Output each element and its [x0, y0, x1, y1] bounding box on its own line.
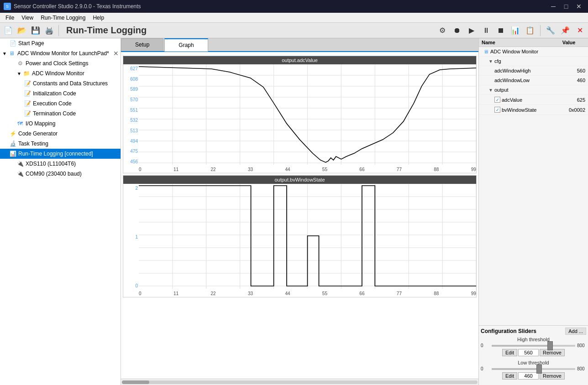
toolbar-stop-button[interactable]: ⏹ [494, 24, 507, 37]
toolbar-run-button[interactable]: ▶ [465, 24, 478, 37]
window-controls: ─ □ ✕ [548, 2, 584, 10]
menu-view[interactable]: View [18, 14, 37, 22]
toolbar-btn1[interactable]: ⚙ [436, 24, 449, 37]
title-bar: S Sensor Controller Studio 2.9.0.0 - Tex… [0, 0, 588, 13]
tree-row-adc-high: adcWindowHigh 560 [479, 66, 588, 76]
menu-runtime-logging[interactable]: Run-Time Logging [37, 14, 89, 22]
tree-item-adc-low: adcWindowLow [482, 77, 557, 84]
folder-icon: 📁 [23, 70, 30, 77]
menu-file[interactable]: File [2, 14, 18, 22]
sidebar-item-adc-group[interactable]: ▼ 📁 ADC Window Monitor [0, 68, 121, 78]
high-threshold-track[interactable] [492, 345, 575, 347]
high-threshold-edit-button[interactable]: Edit [502, 349, 517, 356]
toolbar-sep2 [540, 25, 541, 36]
cfg-arrow[interactable]: ▼ [488, 58, 493, 64]
window-state-checkbox[interactable] [494, 107, 500, 113]
sidebar-item-term-code[interactable]: 📝 Termination Code [0, 109, 121, 119]
toolbar-title: Run-Time Logging [66, 25, 435, 36]
col-name: Name [479, 38, 560, 47]
high-threshold-max: 800 [577, 343, 586, 348]
sidebar-item-com90[interactable]: 🔌 COM90 (230400 baud) [0, 169, 121, 179]
low-threshold-value-input[interactable] [518, 372, 539, 380]
chip-icon: 🔌 [16, 160, 24, 167]
tree-item-window-state: bvWindowState [482, 106, 557, 114]
horizontal-scrollbar[interactable] [121, 379, 478, 385]
sidebar-item-power-clock[interactable]: ⚙ Power and Clock Settings [0, 58, 121, 68]
sidebar-item-code-gen[interactable]: ⚡ Code Generator [0, 129, 121, 139]
chart2-yaxis: 2 1 0 [123, 184, 139, 290]
high-threshold-track-row: 0 800 [481, 343, 586, 348]
tree-row-output: ▼ output [479, 85, 588, 95]
sidebar-item-adc-monitor[interactable]: ▼ 🖥 ADC Window Monitor for LaunchPad* ✕ [0, 48, 121, 58]
tab-setup[interactable]: Setup [121, 38, 163, 51]
toolbar-btn6[interactable]: 📌 [559, 24, 572, 37]
low-threshold-max: 800 [577, 366, 586, 371]
sidebar-item-task-testing[interactable]: 🔬 Task Testing [0, 139, 121, 149]
low-threshold-controls: Edit Remove [481, 372, 586, 380]
panel-table: Name Value 🖥 ADC Window Monitor [479, 38, 588, 115]
low-threshold-thumb[interactable] [536, 364, 542, 374]
app-icon: S [4, 3, 11, 10]
toolbar-close-btn[interactable]: ✕ [573, 24, 586, 37]
low-threshold-track-row: 0 800 [481, 366, 586, 371]
chart2-body: 2 1 0 [123, 184, 476, 290]
gear-icon: ⚙ [16, 60, 24, 67]
constants-icon: 📝 [24, 80, 31, 87]
main-layout: 📄 Start Page ▼ 🖥 ADC Window Monitor for … [0, 38, 588, 385]
toolbar-btn3[interactable]: 📊 [509, 24, 522, 37]
high-threshold-slider: High threshold 0 800 Edit Remove [481, 337, 586, 356]
file-buttons: 📄 📂 💾 🖨️ [2, 24, 56, 37]
log-icon: 📊 [9, 150, 16, 157]
sidebar-item-xds110[interactable]: 🔌 XDS110 (L11004T6) [0, 159, 121, 169]
test-icon: 🔬 [9, 140, 16, 147]
menu-help[interactable]: Help [89, 14, 108, 22]
scroll-track[interactable] [122, 380, 478, 384]
low-threshold-edit-button[interactable]: Edit [502, 372, 517, 380]
tree-row-window-state: bvWindowState 0x0002 [479, 105, 588, 115]
config-sliders-title: Configuration Sliders [481, 328, 536, 334]
tree-item-cfg[interactable]: ▼ cfg [482, 57, 585, 65]
low-threshold-remove-button[interactable]: Remove [540, 372, 565, 380]
group-expand-arrow[interactable]: ▼ [16, 71, 22, 76]
maximize-button[interactable]: □ [561, 2, 572, 10]
low-threshold-track[interactable] [492, 368, 575, 370]
tree-item-adc-value: adcValue [482, 96, 557, 104]
toolbar-btn5[interactable]: 🔧 [544, 24, 557, 37]
add-slider-button[interactable]: Add ... [565, 328, 586, 335]
scroll-thumb[interactable] [122, 380, 149, 384]
high-threshold-thumb[interactable] [547, 341, 553, 350]
tree-row-cfg: ▼ cfg [479, 57, 588, 66]
map-icon: 🗺 [16, 120, 24, 127]
tree-row-root: 🖥 ADC Window Monitor [479, 47, 588, 57]
sidebar-item-exec-code[interactable]: 📝 Execution Code [0, 99, 121, 109]
toolbar-btn4[interactable]: 📋 [524, 24, 536, 37]
graph-area[interactable]: output.adcValue 627 608 589 570 551 532 … [121, 52, 478, 379]
gen-icon: ⚡ [9, 130, 16, 137]
print-button[interactable]: 🖨️ [43, 24, 56, 37]
high-threshold-value-input[interactable] [518, 349, 539, 356]
close-button[interactable]: ✕ [573, 2, 584, 10]
toolbar-btn2[interactable]: ⏺ [451, 24, 463, 37]
toolbar-sep [58, 25, 59, 36]
output-arrow[interactable]: ▼ [488, 87, 493, 93]
sidebar-item-io-mapping[interactable]: 🗺 I/O Mapping [0, 119, 121, 129]
adc-value-checkbox[interactable] [494, 97, 500, 103]
low-threshold-label: Low threshold [481, 360, 586, 365]
sidebar-item-init-code[interactable]: 📝 Initialization Code [0, 88, 121, 99]
open-button[interactable]: 📂 [16, 24, 28, 37]
sidebar-item-start-page[interactable]: 📄 Start Page [0, 38, 121, 48]
new-button[interactable]: 📄 [2, 24, 15, 37]
save-button[interactable]: 💾 [29, 24, 42, 37]
app-title: Sensor Controller Studio 2.9.0.0 - Texas… [14, 3, 548, 10]
minimize-button[interactable]: ─ [548, 2, 559, 10]
sidebar-item-constants[interactable]: 📝 Constants and Data Structures [0, 78, 121, 88]
sidebar-item-runtime-logging[interactable]: 📊 Run-Time Logging [connected] [0, 149, 121, 159]
toolbar-pause-button[interactable]: ⏸ [480, 24, 493, 37]
tree-item-output[interactable]: ▼ output [482, 86, 585, 94]
close-tab-icon[interactable]: ✕ [113, 50, 119, 57]
expand-arrow[interactable]: ▼ [2, 51, 7, 56]
high-threshold-min: 0 [481, 343, 490, 348]
chart2-svg-area [139, 184, 476, 290]
tab-graph[interactable]: Graph [164, 38, 208, 52]
content-area: Setup Graph output.adcValue 627 608 589 … [121, 38, 478, 385]
